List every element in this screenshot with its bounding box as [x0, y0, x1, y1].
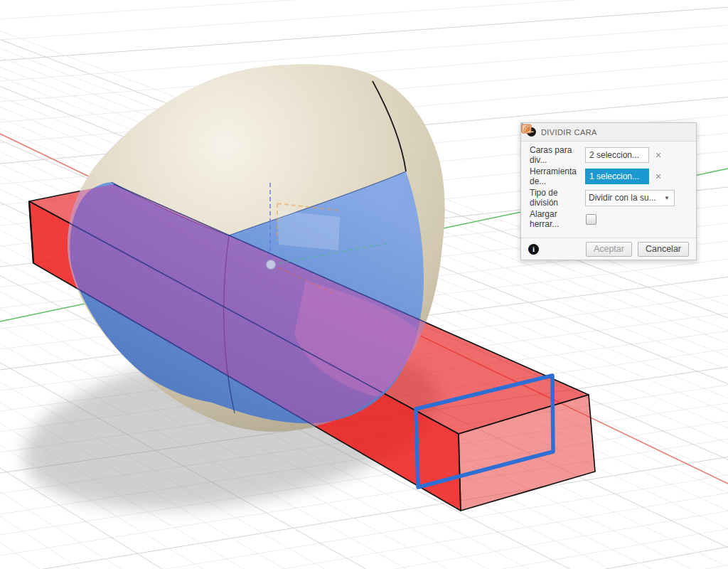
dialog-header[interactable]: − DIVIDIR CARA: [521, 123, 696, 142]
clear-tool-selection-icon[interactable]: ×: [649, 171, 668, 182]
3d-viewport[interactable]: − DIVIDIR CARA Caras para div... 2 selec…: [0, 0, 728, 569]
extend-tool-checkbox[interactable]: [586, 214, 596, 225]
extend-tool-label: Alargar herrar...: [530, 209, 585, 229]
row-split-type: Tipo de división Dividir con la su... ▼: [530, 189, 689, 206]
clear-faces-selection-icon[interactable]: ×: [649, 149, 668, 161]
model-canvas[interactable]: [0, 0, 728, 569]
info-icon[interactable]: i: [528, 244, 539, 255]
tool-selection-count: 1 seleccion...: [589, 171, 639, 181]
origin-point: [267, 260, 276, 270]
cancel-button[interactable]: Cancelar: [638, 242, 689, 257]
dialog-title: DIVIDIR CARA: [541, 128, 597, 137]
row-extend-tool: Alargar herrar...: [530, 211, 689, 228]
row-splitting-tool: Herramienta de... 1 seleccion... ×: [530, 168, 689, 185]
splitting-tool-label: Herramienta de...: [530, 166, 585, 186]
tool-selection-button[interactable]: 1 seleccion...: [585, 169, 649, 184]
dialog-footer: i Aceptar Cancelar: [521, 238, 696, 260]
sketch-ghost: [277, 211, 340, 250]
faces-to-split-label: Caras para div...: [530, 145, 585, 165]
faces-selection-count: 2 seleccion...: [589, 150, 639, 160]
faces-selection-button[interactable]: 2 seleccion...: [585, 147, 649, 163]
accept-button[interactable]: Aceptar: [586, 242, 632, 257]
split-type-value: Dividir con la su...: [589, 193, 661, 203]
split-type-label: Tipo de división: [530, 188, 585, 208]
dropdown-arrow-icon: ▼: [664, 195, 671, 201]
split-with-surface-icon: [521, 123, 532, 134]
row-faces-to-split: Caras para div... 2 seleccion... ×: [530, 147, 689, 164]
split-face-dialog: − DIVIDIR CARA Caras para div... 2 selec…: [520, 122, 697, 260]
split-type-dropdown[interactable]: Dividir con la su... ▼: [585, 190, 675, 206]
